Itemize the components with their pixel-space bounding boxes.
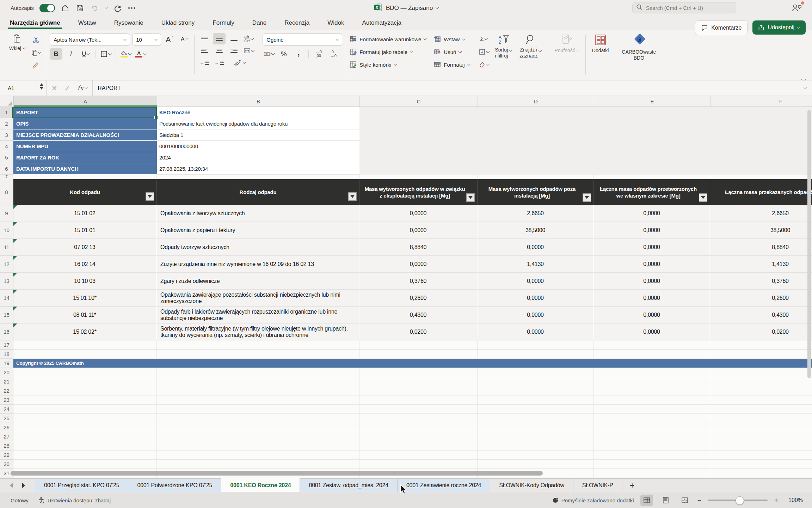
zoom-out-icon[interactable]: − — [697, 496, 702, 504]
data-cell[interactable]: 15 01 10* — [13, 290, 157, 307]
data-cell[interactable]: 1,4130 — [478, 256, 594, 273]
empty-cell[interactable] — [13, 175, 157, 179]
cut-button[interactable] — [30, 34, 42, 46]
ribbon-tab-automatyzacja[interactable]: Automatyzacja — [361, 19, 402, 30]
share-button[interactable]: Udostępnij — [752, 20, 806, 35]
data-cell[interactable]: 15 01 02 — [13, 205, 157, 222]
empty-cell[interactable] — [710, 340, 812, 350]
data-cell[interactable]: 15 01 01 — [13, 222, 157, 239]
data-cell[interactable]: 0,0000 — [594, 290, 710, 307]
data-cell[interactable]: 0,0000 — [478, 323, 594, 340]
sheet-tab-active[interactable]: 0001 KEO Roczne 2024 — [221, 478, 300, 492]
empty-cell[interactable] — [594, 423, 710, 432]
sheet-tab[interactable]: 0001 Potwierdzone KPO 07'25 — [128, 479, 221, 492]
empty-cell[interactable] — [359, 175, 478, 179]
filter-dropdown-icon[interactable] — [146, 192, 154, 201]
table-header-cell[interactable]: Kod odpadu — [13, 179, 157, 205]
enter-icon[interactable]: ✓ — [64, 84, 70, 92]
row-header-25[interactable]: 25 — [0, 414, 13, 423]
data-cell[interactable]: 0,0200 — [359, 323, 478, 340]
row-header-27[interactable]: 27 — [0, 432, 13, 441]
document-title[interactable]: BDO — Zapisano — [386, 5, 433, 12]
data-cell[interactable]: Sorbenty, materiały filtracyjne (w tym f… — [157, 323, 359, 340]
empty-cell[interactable] — [157, 386, 359, 395]
ribbon-tab-widok[interactable]: Widok — [327, 19, 345, 30]
row-header-16[interactable]: 16 — [0, 323, 13, 340]
empty-cell[interactable] — [478, 377, 594, 386]
table-header-cell[interactable]: Łączna masa przekazanych odpadów [Mg] — [710, 179, 812, 205]
row-header-8[interactable]: 8 — [0, 179, 13, 205]
sheet-nav-left-icon[interactable] — [10, 483, 13, 488]
data-cell[interactable]: 0,4300 — [710, 307, 812, 323]
column-header-A[interactable]: A — [14, 96, 157, 107]
row-header-22[interactable]: 22 — [0, 386, 13, 395]
align-bottom-button[interactable] — [228, 33, 240, 44]
align-center-button[interactable] — [213, 45, 226, 56]
row-header-30[interactable]: 30 — [0, 460, 13, 469]
empty-cell[interactable] — [710, 441, 812, 450]
data-cell[interactable]: 0,0200 — [710, 323, 812, 340]
name-box-spinner[interactable] — [40, 83, 43, 90]
zoom-slider[interactable] — [708, 500, 768, 501]
empty-cell[interactable] — [359, 460, 478, 469]
presence-people-icon[interactable] — [792, 3, 804, 13]
copy-button[interactable] — [30, 47, 42, 58]
row-header-7[interactable]: 7 — [0, 175, 13, 179]
font-size-select[interactable]: 10 — [132, 34, 161, 46]
page-layout-view-button[interactable] — [659, 495, 672, 506]
table-header-cell[interactable]: Masa wytworzonych odpadów w związku z ek… — [359, 179, 478, 205]
home-icon[interactable] — [61, 4, 70, 13]
empty-cell[interactable] — [359, 395, 478, 405]
info-label-cell[interactable]: NUMER MPD — [13, 141, 157, 152]
data-cell[interactable]: 0,2600 — [359, 290, 478, 307]
empty-cell[interactable] — [13, 395, 157, 405]
data-cell[interactable]: 8,8840 — [710, 239, 812, 256]
carbowaste-addin-button[interactable]: CARBOOwaste BDO — [619, 34, 659, 62]
data-cell[interactable]: 38,5000 — [710, 222, 812, 239]
table-header-cell[interactable]: Masa wytworzonych odpadów poza instalacj… — [478, 179, 594, 205]
wrap-text-button[interactable]: abc↩ — [242, 33, 255, 44]
info-value-cell[interactable]: Podsumowanie kart ewidencji odpadów dla … — [157, 118, 359, 129]
italic-button[interactable]: I — [64, 48, 77, 60]
empty-cell[interactable] — [13, 377, 157, 386]
column-header-D[interactable]: D — [478, 96, 594, 107]
info-value-cell[interactable]: KEO Roczne — [157, 107, 359, 118]
empty-cell[interactable] — [13, 441, 157, 450]
vertical-scrollbar[interactable] — [807, 110, 811, 378]
data-cell[interactable]: 16 02 14 — [13, 256, 157, 273]
empty-region[interactable] — [359, 163, 812, 175]
increase-indent-button[interactable]: → — [213, 57, 226, 68]
empty-cell[interactable] — [478, 175, 594, 179]
decrease-decimal-button[interactable]: ,0→0 — [327, 48, 340, 60]
row-header-24[interactable]: 24 — [0, 405, 13, 414]
conditional-formatting-button[interactable]: Formatowanie warunkowe — [350, 34, 426, 45]
data-cell[interactable]: 38,5000 — [478, 222, 594, 239]
empty-cell[interactable] — [13, 405, 157, 414]
increase-decimal-button[interactable]: ←0,00 — [312, 48, 325, 60]
data-cell[interactable]: Opakowania z tworzyw sztucznych — [157, 205, 359, 222]
empty-cell[interactable] — [710, 175, 812, 179]
autosum-button[interactable]: Σ — [478, 34, 490, 45]
empty-cell[interactable] — [710, 414, 812, 423]
info-value-cell[interactable]: 2024 — [157, 152, 359, 163]
empty-cell[interactable] — [359, 432, 478, 441]
empty-region[interactable] — [359, 107, 812, 118]
row-header-4[interactable]: 4 — [0, 141, 13, 152]
add-sheet-button[interactable]: + — [622, 479, 642, 492]
empty-cell[interactable] — [359, 368, 478, 377]
comments-button[interactable]: Komentarze — [695, 20, 748, 35]
empty-cell[interactable] — [710, 423, 812, 432]
filter-dropdown-icon[interactable] — [348, 192, 357, 201]
decrease-font-button[interactable]: A — [178, 34, 191, 45]
data-cell[interactable]: 0,0000 — [594, 222, 710, 239]
info-value-cell[interactable]: 0001/000000000 — [157, 141, 359, 152]
delete-cells-button[interactable]: Usuń — [434, 46, 470, 58]
comma-style-button[interactable]: , — [292, 48, 305, 60]
data-cell[interactable]: 0,0000 — [359, 256, 478, 273]
row-header-2[interactable]: 2 — [0, 118, 13, 129]
empty-cell[interactable] — [13, 414, 157, 423]
empty-cell[interactable] — [359, 450, 478, 460]
row-header-9[interactable]: 9 — [0, 205, 13, 222]
data-cell[interactable]: 07 02 13 — [13, 239, 157, 256]
empty-cell[interactable] — [710, 460, 812, 469]
